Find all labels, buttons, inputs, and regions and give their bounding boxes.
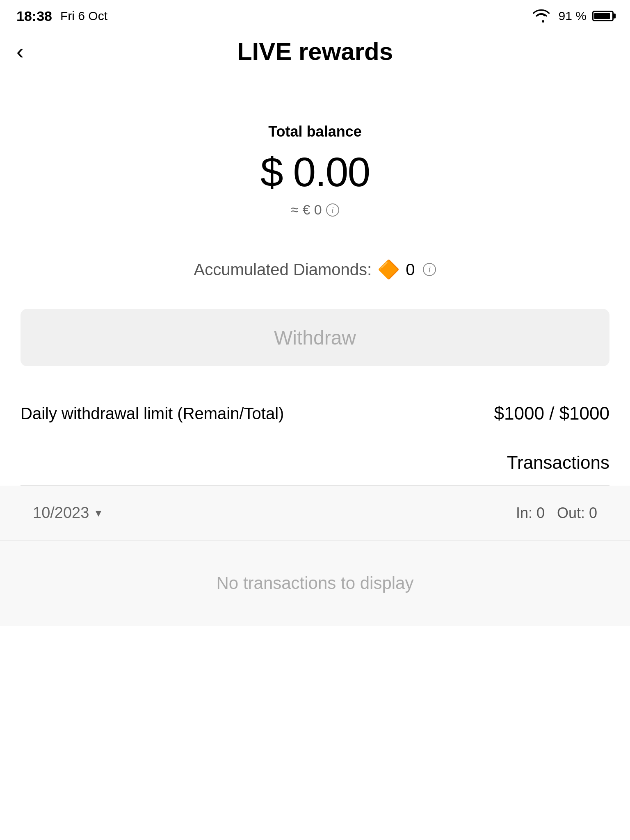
transactions-header: Transactions [21,444,609,486]
main-content: Total balance $ 0.00 ≈ € 0 i Accumulated… [0,74,630,486]
back-button[interactable]: ‹ [16,40,24,62]
month-label: 10/2023 [33,504,89,522]
battery-icon [592,11,614,21]
status-bar: 18:38 Fri 6 Oct 91 % [0,0,630,29]
wifi-icon [533,9,553,23]
balance-section: Total balance $ 0.00 ≈ € 0 i [260,123,370,238]
no-transactions: No transactions to display [0,541,630,626]
balance-amount: $ 0.00 [260,148,370,196]
diamonds-count: 0 [406,260,415,279]
diamonds-label: Accumulated Diamonds: [194,260,372,279]
status-date: Fri 6 Oct [60,9,107,23]
page-title: LIVE rewards [237,37,393,66]
in-label: In: 0 [516,504,545,522]
transactions-title: Transactions [507,452,609,473]
withdrawal-limit-value: $1000 / $1000 [494,403,609,424]
diamond-icon: 🔶 [377,259,400,280]
euro-equivalent: ≈ € 0 i [291,202,339,218]
transaction-summary: In: 0 Out: 0 [516,504,597,522]
month-selector[interactable]: 10/2023 ▾ [33,504,101,522]
diamonds-info-icon[interactable]: i [423,263,436,276]
euro-info-icon[interactable]: i [326,203,339,217]
chevron-down-icon: ▾ [96,506,101,520]
battery-percent: 91 % [559,9,587,23]
euro-value: ≈ € 0 [291,202,322,218]
total-balance-label: Total balance [268,123,361,140]
withdraw-button[interactable]: Withdraw [21,309,609,366]
status-icons: 91 % [533,9,614,23]
page-header: ‹ LIVE rewards [0,29,630,74]
out-label: Out: 0 [557,504,597,522]
withdrawal-limit-label: Daily withdrawal limit (Remain/Total) [21,404,284,423]
diamonds-section: Accumulated Diamonds: 🔶 0 i [194,259,436,280]
no-transactions-message: No transactions to display [217,573,414,593]
transactions-filter: 10/2023 ▾ In: 0 Out: 0 [0,486,630,541]
battery-fill [594,13,610,19]
status-time: 18:38 [16,8,52,24]
withdrawal-limit: Daily withdrawal limit (Remain/Total) $1… [21,391,609,436]
